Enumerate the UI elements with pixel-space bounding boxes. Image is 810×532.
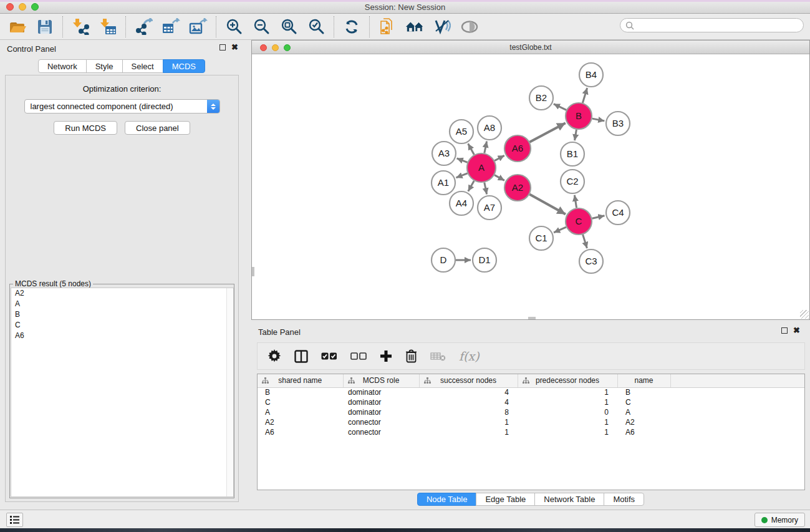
import-table-icon[interactable]: [99, 18, 117, 36]
network-graph[interactable]: AA1A2A3A4A5A6A7A8BB1B2B3B4CC1C2C3C4DD1: [252, 54, 809, 319]
table-cell[interactable]: 1: [518, 427, 617, 437]
tab-style[interactable]: Style: [86, 59, 123, 73]
refresh-view-icon[interactable]: [342, 18, 361, 36]
graph-edge-C-C2[interactable]: [574, 195, 576, 208]
graph-edge-A-A1[interactable]: [456, 173, 467, 178]
search-input[interactable]: [637, 21, 798, 30]
mcds-result-item[interactable]: C: [11, 320, 233, 331]
table-cell[interactable]: 4: [419, 397, 518, 407]
float-panel-icon[interactable]: [219, 44, 226, 51]
table-cell[interactable]: A6: [258, 427, 343, 437]
table-cell[interactable]: A2: [258, 417, 343, 427]
table-cell[interactable]: dominator: [343, 397, 419, 407]
tab-motifs[interactable]: Motifs: [604, 493, 644, 506]
tab-mcds[interactable]: MCDS: [163, 59, 205, 73]
close-panel-icon[interactable]: ✖: [231, 44, 238, 51]
graph-edge-B-B4[interactable]: [582, 88, 587, 103]
hide-visual-mapping-icon[interactable]: [433, 18, 451, 36]
column-header-mcds-role[interactable]: MCDS role: [343, 374, 419, 387]
table-cell[interactable]: 1: [419, 417, 518, 427]
save-session-icon[interactable]: [36, 18, 54, 36]
table-row[interactable]: Cdominator41C: [258, 397, 804, 407]
delete-column-trash-icon[interactable]: [405, 349, 417, 363]
table-cell[interactable]: A6: [617, 427, 670, 437]
add-column-icon[interactable]: [380, 350, 392, 362]
graph-edge-B-B2[interactable]: [554, 104, 566, 110]
deselect-all-checkboxes-icon[interactable]: [350, 352, 367, 360]
search-field[interactable]: [620, 18, 804, 32]
mcds-result-item[interactable]: A: [11, 299, 233, 309]
zoom-in-icon[interactable]: [224, 18, 243, 36]
tab-network[interactable]: Network: [38, 59, 87, 73]
window-titlebar[interactable]: Session: New Session: [0, 0, 810, 14]
export-table-icon[interactable]: [162, 18, 180, 36]
table-cell[interactable]: A: [258, 407, 343, 417]
table-header-row[interactable]: shared name MCDS role successor nodes pr…: [258, 374, 804, 387]
table-cell[interactable]: connector: [343, 417, 419, 427]
function-builder-icon[interactable]: f(x): [459, 349, 480, 363]
close-panel-button[interactable]: Close panel: [125, 121, 190, 135]
table-cell[interactable]: A2: [617, 417, 670, 427]
select-all-checkboxes-icon[interactable]: [321, 352, 337, 360]
network-window-titlebar[interactable]: testGlobe.txt: [252, 41, 809, 54]
show-log-console-button[interactable]: [6, 513, 23, 527]
table-cell[interactable]: dominator: [343, 387, 419, 397]
table-float-panel-icon[interactable]: [781, 327, 788, 334]
graph-edge-A6-B[interactable]: [529, 123, 565, 142]
table-close-panel-icon[interactable]: ✖: [793, 327, 800, 334]
canvas-horizontal-scrollbar[interactable]: [528, 317, 536, 319]
table-cell[interactable]: B: [617, 387, 670, 397]
table-cell[interactable]: 0: [518, 407, 617, 417]
network-canvas[interactable]: AA1A2A3A4A5A6A7A8BB1B2B3B4CC1C2C3C4DD1: [252, 54, 809, 319]
graph-edge-A-A3[interactable]: [457, 158, 468, 163]
column-header-predecessor-nodes[interactable]: predecessor nodes: [518, 374, 617, 387]
column-view-icon[interactable]: [294, 350, 308, 363]
tab-node-table[interactable]: Node Table: [417, 493, 477, 506]
tab-edge-table[interactable]: Edge Table: [476, 493, 535, 506]
graph-edge-A-A2[interactable]: [494, 175, 504, 181]
table-cell[interactable]: dominator: [343, 407, 419, 417]
home-networks-icon[interactable]: [405, 18, 424, 36]
table-cell[interactable]: A: [617, 407, 670, 417]
result-list-scrollbar[interactable]: [226, 288, 233, 496]
table-cell[interactable]: 1: [518, 397, 617, 407]
tab-select[interactable]: Select: [122, 59, 163, 73]
memory-button[interactable]: Memory: [755, 513, 805, 527]
export-image-icon[interactable]: [189, 18, 208, 36]
graph-edge-B-B1[interactable]: [575, 130, 577, 141]
tab-network-table[interactable]: Network Table: [534, 493, 604, 506]
graph-edge-A-A6[interactable]: [494, 155, 504, 160]
table-cell[interactable]: B: [258, 387, 343, 397]
mcds-result-item[interactable]: B: [11, 309, 233, 320]
mcds-result-item[interactable]: A2: [11, 288, 233, 299]
export-network-icon[interactable]: [134, 18, 153, 36]
graph-edge-A-A5[interactable]: [468, 143, 475, 155]
table-row[interactable]: Adominator80A: [258, 407, 804, 417]
canvas-vertical-scrollbar[interactable]: [252, 267, 254, 276]
mcds-result-item[interactable]: A6: [11, 331, 233, 341]
graph-edge-C-C3[interactable]: [583, 235, 587, 248]
import-network-icon[interactable]: [71, 18, 90, 36]
table-row[interactable]: A6connector11A6: [258, 427, 804, 437]
graph-edge-C-C4[interactable]: [592, 216, 604, 218]
table-cell[interactable]: C: [617, 397, 670, 407]
open-file-icon[interactable]: [8, 18, 27, 36]
table-cell[interactable]: C: [258, 397, 343, 407]
window-resize-grip[interactable]: [800, 310, 809, 319]
run-mcds-button[interactable]: Run MCDS: [54, 121, 117, 135]
table-cell[interactable]: 1: [518, 387, 617, 397]
zoom-fit-icon[interactable]: [279, 18, 298, 36]
network-document-icon[interactable]: [378, 18, 397, 36]
delete-table-icon[interactable]: [430, 351, 446, 361]
table-row[interactable]: Bdominator41B: [258, 387, 804, 397]
column-header-successor-nodes[interactable]: successor nodes: [419, 374, 518, 387]
zoom-selected-icon[interactable]: [307, 18, 325, 36]
table-cell[interactable]: connector: [343, 427, 419, 437]
table-row[interactable]: A2connector11A2: [258, 417, 804, 427]
graph-edge-A-A7[interactable]: [485, 183, 487, 195]
criterion-dropdown[interactable]: largest connected component (directed): [24, 99, 220, 114]
column-header-shared-name[interactable]: shared name: [258, 374, 343, 387]
graph-edge-B-B3[interactable]: [592, 118, 605, 121]
gear-icon[interactable]: [268, 349, 281, 363]
graph-edge-C-C1[interactable]: [554, 227, 566, 233]
